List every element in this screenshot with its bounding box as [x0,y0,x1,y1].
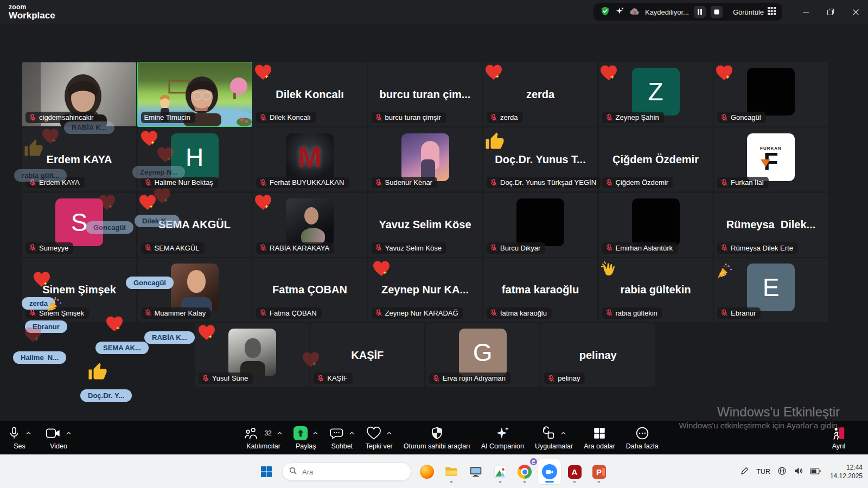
taskbar-app-folder[interactable] [440,459,463,484]
share-icon [293,426,308,440]
taskbar-search[interactable] [282,463,411,481]
mic-muted-icon [490,309,497,317]
reaction-sender-badge: rabia gült... [14,169,67,182]
pen-input-icon[interactable] [740,466,749,478]
participant-tile[interactable]: MFerhat BUYUKKALKAN [253,127,367,191]
participant-tile[interactable]: Sudenur Kenar [368,127,482,191]
participant-tile[interactable]: Emirhan Aslantürk [599,193,713,257]
taskbar-app-chrome[interactable]: E [513,459,536,484]
view-button[interactable]: Görüntüle [733,7,776,17]
participant-tile[interactable]: fatma karaoğlufatma karaoğlu [483,258,597,322]
participant-tile[interactable]: Muammer Kalay [138,258,252,322]
mic-muted-icon [375,114,382,121]
reaction-party-popper-icon [716,262,733,282]
chevron-up-icon[interactable] [312,431,318,435]
taskbar-search-input[interactable] [301,467,385,477]
reaction-sender-badge: Goncagül [86,221,133,234]
toolbar-sohbet-button[interactable]: Sohbet [329,426,355,450]
avatar: FURKANF [747,133,795,181]
minimize-button[interactable] [793,0,818,24]
participant-tile[interactable]: cigdemsahincakir [22,62,136,126]
toolbar-tepki-ver-button[interactable]: Tepki ver [366,426,393,450]
language-indicator[interactable]: TUR [756,468,770,476]
stop-recording-button[interactable] [711,6,723,18]
reaction-thumbs-up-icon [88,362,107,384]
sparkle-icon [615,7,624,17]
reaction-thumbs-up-icon [24,139,43,160]
pause-recording-button[interactable] [694,6,706,18]
toolbar-ara-odalar-button[interactable]: Ara odalar [584,426,615,450]
taskbar-app-photos[interactable] [489,459,512,484]
mic-muted-icon [490,244,497,252]
taskbar-app-zoom[interactable] [538,459,561,485]
participant-name-label: Sudenur Kenar [372,177,437,188]
sparkle-icon [495,426,510,440]
chevron-up-icon[interactable] [66,431,72,435]
participants-icon [244,426,258,440]
network-icon[interactable] [777,466,787,478]
security-shield-icon [600,6,610,18]
taskbar-app-firefox[interactable] [416,459,438,484]
toolbar-katilimcilar-button[interactable]: 32Katılımcılar [244,426,282,450]
restore-button[interactable] [818,0,843,24]
chevron-up-icon[interactable] [277,431,283,435]
participant-tile[interactable]: KAŞİFKAŞİF [310,323,424,387]
toolbar-ayril-button[interactable]: Ayrıl [831,426,846,450]
battery-icon[interactable] [810,467,821,477]
avatar [228,329,276,376]
close-button[interactable] [843,0,868,24]
participant-tile[interactable]: Rümeysa Dilek...Rümeysa Dilek Erte [714,193,828,257]
chevron-up-icon[interactable] [349,431,355,435]
avatar: G [459,329,507,376]
mic-muted-icon [202,375,209,382]
participant-name-label: Emine Timucin [141,112,195,123]
toolbar-button-label: AI Companion [481,442,524,450]
reaction-thumbs-up-icon [485,132,505,153]
participant-tile[interactable]: burcu turan çim...burcu turan çimşir [368,62,482,126]
toolbar-ses-button[interactable]: Ses [8,426,31,450]
avatar [516,198,564,246]
start-button[interactable] [255,459,278,484]
reaction-sender-badge: Dilek K... [135,215,180,227]
chevron-up-icon[interactable] [25,431,31,435]
taskbar-clock[interactable]: 12:44 14.12.2025 [830,463,863,480]
mic-muted-icon [317,375,324,382]
mic-muted-icon [490,179,497,187]
participant-tile[interactable]: GErva rojin Adıyaman [426,323,540,387]
volume-icon[interactable] [794,466,803,478]
mic-muted-icon [605,244,613,252]
toolbar-oturum-sahibi-araclari-button[interactable]: Oturum sahibi araçları [404,426,470,450]
participant-tile[interactable]: Burcu Dikyar [483,193,597,257]
participant-tile[interactable]: FURKANFFurkan İlal [714,127,828,191]
taskbar-app-acrobat[interactable]: A [563,459,586,484]
toolbar-button-label: Ses [14,442,25,450]
reaction-heart-icon [41,128,60,147]
participant-name-label: Rümeysa Dilek Erte [717,242,798,254]
recording-status-text: Kaydediliyor... [645,8,689,16]
running-app-indicator [545,481,554,483]
taskbar-app-monitor[interactable] [464,459,487,484]
mic-muted-icon [29,114,36,121]
chevron-up-icon[interactable] [386,431,392,435]
toolbar-uygulamalar-button[interactable]: Uygulamalar [535,426,573,450]
participant-tile[interactable]: pelinaypelinay [541,323,655,387]
participant-tile[interactable]: Çiğdem ÖzdemirÇiğdem Özdemir [599,127,713,191]
toolbar-paylas-button[interactable]: Paylaş [293,426,318,450]
chevron-up-icon[interactable] [560,431,566,435]
participant-tile[interactable]: Yavuz Selim KöseYavuz Selim Köse [368,193,482,257]
clock-date: 14.12.2025 [830,472,863,480]
participant-tile[interactable]: Fatma ÇOBANFatma ÇOBAN [253,258,367,322]
toolbar-video-button[interactable]: Video [46,426,72,450]
mic-muted-icon [375,244,382,252]
toolbar-daha-fazla-button[interactable]: Daha fazla [626,426,659,450]
mic-muted-icon [375,309,382,317]
windows-activation-watermark-title: Windows'u Etkinleştir [717,404,840,420]
participant-tile[interactable]: Emine Timucin [138,62,252,126]
mic-muted-icon [547,375,555,382]
photos-icon [493,465,507,479]
windows-taskbar: EAP TUR 12:44 14.12.2025 [0,454,868,488]
zoom-meeting-window: zoom Workplace Kaydediliyor... [0,0,868,488]
toolbar-ai-companion-button[interactable]: AI Companion [481,426,524,450]
taskbar-app-powerpoint[interactable]: P [588,459,610,484]
reaction-heart-icon [140,130,158,150]
